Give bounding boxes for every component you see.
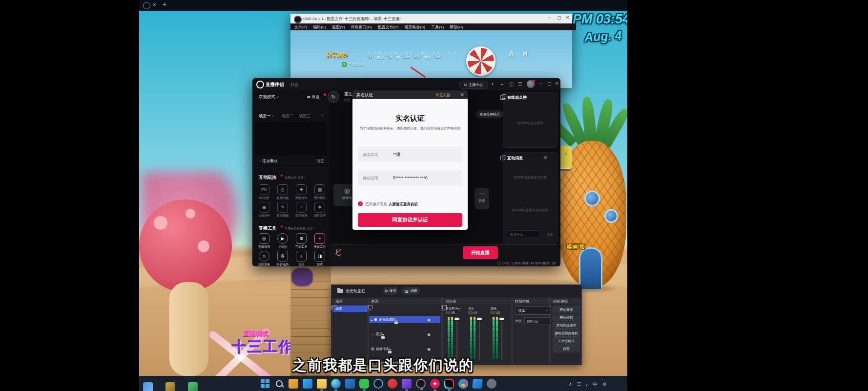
interact-item-draw[interactable]: ✎互动画板 (275, 202, 290, 218)
source-filters-button[interactable]: ▥滤镜 (402, 287, 420, 295)
network-icon[interactable]: ☷ (577, 382, 581, 387)
interact-item-booking[interactable]: ▦预约组件 (312, 184, 328, 200)
volume-slider-track[interactable] (479, 317, 480, 360)
source-row[interactable]: ▨ 镜像卡刷 (369, 346, 440, 352)
faq-link[interactable]: 常见问题 (435, 93, 450, 98)
hamburger-icon[interactable] (518, 81, 522, 87)
interact-item-pk[interactable]: PKPK连麦 (256, 184, 272, 200)
source-row[interactable]: ▭ 置顶 (369, 331, 440, 338)
obs-titlebar[interactable]: OBS 26.1.1 - 配置文件: 十三的直播间!! - 场景: 十三直播!! (290, 14, 572, 23)
new-tab-icon[interactable] (163, 0, 166, 8)
refresh-button[interactable] (328, 91, 339, 103)
popout-icon[interactable] (367, 306, 371, 310)
duration-spinbox[interactable]: 300 ms (524, 317, 550, 325)
popout-icon[interactable] (441, 306, 445, 310)
clear-button[interactable]: 清空 (316, 158, 324, 164)
store-icon[interactable] (345, 379, 355, 389)
director-button[interactable]: 导播 (307, 94, 320, 100)
obs-taskbar-icon[interactable] (416, 379, 426, 389)
volume-icon[interactable]: ♪ (586, 382, 588, 387)
quality-toggle[interactable]: 换画质 (560, 242, 585, 251)
obs-menu-docks[interactable]: 停靠窗口(D) (351, 24, 372, 30)
agree-checkbox[interactable] (358, 201, 363, 206)
add-material-button[interactable]: 添加素材 (259, 158, 278, 164)
more-button[interactable]: 更多 (475, 188, 489, 209)
lc-maximize-icon[interactable] (547, 81, 552, 86)
submit-button[interactable]: 同意协议并认证 (358, 213, 462, 227)
douyin-icon[interactable] (444, 379, 454, 389)
ime-indicator[interactable]: 中 (593, 381, 598, 388)
taskbar-pinned-icon-2[interactable] (188, 382, 198, 391)
popout-icon[interactable] (500, 156, 505, 160)
lc-titlebar[interactable]: 直播伴侣 ·抖音 ⊡主播中心 (252, 78, 560, 90)
obs-menu-view[interactable]: 视图(V) (332, 24, 345, 30)
visibility-icon[interactable] (427, 347, 431, 351)
wechat-icon[interactable] (359, 379, 369, 389)
interact-item-replay[interactable]: ◷直播回放 (275, 184, 290, 200)
transition-select[interactable]: 淡出 (516, 306, 550, 315)
replay-buffer-button[interactable]: 启动回放缓存 (553, 322, 580, 329)
obs-menu-scene-collection[interactable]: 场景集合(S) (404, 24, 425, 30)
volume-slider-track[interactable] (501, 317, 502, 360)
source-settings-button[interactable]: 设置 (383, 287, 398, 295)
visibility-icon[interactable] (427, 318, 431, 322)
scene-row[interactable]: 场景 (333, 305, 368, 312)
game-launcher-icon[interactable] (402, 379, 412, 389)
chrome-icon[interactable] (458, 379, 468, 389)
tray-expand-icon[interactable] (569, 382, 572, 387)
studio-mode-button[interactable]: 工作室模式 (553, 337, 580, 345)
interact-item-widget[interactable]: ✚视频挂件 (293, 184, 309, 200)
name-field[interactable]: 真实姓名 **潘 (358, 147, 462, 162)
expand-icon[interactable] (371, 318, 372, 322)
visibility-icon[interactable] (427, 332, 431, 337)
anchor-center-button[interactable]: ⊡主播中心 (459, 81, 488, 89)
info-icon[interactable] (509, 81, 514, 88)
vscode-icon[interactable] (472, 379, 483, 389)
interact-item-vote[interactable]: ◔互动投票 (293, 202, 309, 218)
stretch-mode-pill[interactable]: 竖屏拉伸模式 (476, 110, 503, 118)
lock-icon[interactable] (388, 351, 392, 353)
tool-item-ecommerce[interactable]: ✇抖音电商 (275, 251, 290, 266)
settings-taskbar-icon[interactable] (487, 379, 496, 389)
tool-item-game[interactable]: ◨游戏 (312, 251, 328, 266)
send-button[interactable]: 发送 (546, 232, 553, 237)
obs-menu-tools[interactable]: 工具(T) (431, 24, 444, 30)
tool-item-minigame[interactable]: ▶小玩法 (275, 233, 290, 249)
obs-menu-edit[interactable]: 编辑(E) (313, 24, 326, 30)
tool-item-beautify[interactable]: ✦美化工具 (312, 233, 328, 249)
interact-item-notice[interactable]: ▣公告挂件 (256, 202, 272, 218)
add-scene-icon[interactable] (321, 112, 324, 118)
tray-settings-icon[interactable] (602, 382, 606, 387)
taskbar-pinned-icon[interactable] (165, 382, 175, 391)
start-button[interactable] (260, 379, 270, 389)
obs-menu-file[interactable]: 文件(F) (294, 24, 307, 30)
chat-input[interactable] (506, 230, 540, 238)
qq-icon[interactable] (373, 379, 383, 389)
scene-tab-3[interactable]: 场景三 (299, 113, 310, 119)
file-explorer-icon[interactable] (317, 379, 327, 389)
lc-close-icon[interactable] (555, 81, 559, 86)
lock-icon[interactable] (394, 322, 398, 324)
scene-tab-2[interactable]: 场景二 (282, 113, 293, 119)
start-streaming-button[interactable]: 开始直播 (553, 306, 580, 313)
volume-slider-track[interactable] (456, 317, 457, 360)
music-app-icon[interactable] (388, 379, 397, 389)
photos-icon[interactable] (289, 379, 298, 389)
agree-link[interactable]: 人脸验证服务协议 (389, 202, 418, 207)
tab-close-icon[interactable] (152, 2, 156, 7)
tool-item-music[interactable]: ♪音乐 (293, 251, 309, 266)
obs-maximize-icon[interactable] (557, 15, 561, 20)
lc-minimize-icon[interactable] (539, 81, 542, 86)
volume-slider-knob[interactable] (455, 318, 459, 320)
interact-item-lottery[interactable]: ❖抽奖助手 (312, 202, 328, 218)
tool-item-live-settings[interactable]: ◎直播设置 (256, 233, 272, 249)
mode-selector[interactable]: 常规模式 (259, 94, 279, 100)
id-field[interactable]: 身份证号 5***** ********* ***0 (358, 170, 462, 186)
edge-browser-icon[interactable] (331, 379, 341, 389)
tool-item-vtuber[interactable]: ☺虚拟形象 (256, 251, 272, 266)
mail-icon[interactable] (303, 379, 312, 389)
obs-minimize-icon[interactable] (548, 15, 551, 20)
lock-icon[interactable] (381, 336, 385, 339)
search-icon[interactable] (274, 379, 284, 389)
taskbar-widget-icon[interactable] (143, 382, 153, 391)
